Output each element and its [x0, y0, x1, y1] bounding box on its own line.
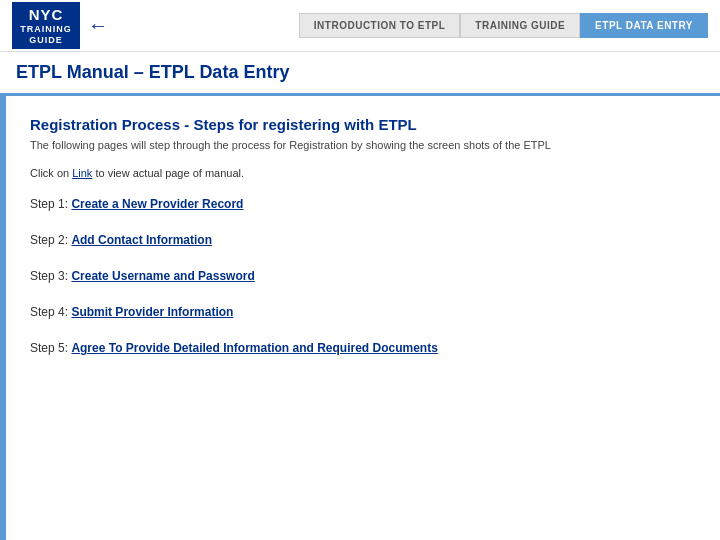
step-1-label: Step 1:	[30, 197, 71, 211]
tab-data-entry[interactable]: ETPL DATA ENTRY	[580, 13, 708, 38]
page-title-bar: ETPL Manual – ETPL Data Entry	[0, 52, 720, 96]
content-wrapper: Registration Process - Steps for registe…	[0, 96, 720, 540]
step-1-item: Step 1: Create a New Provider Record	[30, 197, 696, 211]
click-instruction: Click on Link to view actual page of man…	[30, 167, 696, 179]
header: NYC TRAINING GUIDE ← INTRODUCTION TO ETP…	[0, 0, 720, 52]
logo-nyc: NYC	[18, 6, 74, 24]
step-2-link[interactable]: Add Contact Information	[71, 233, 212, 247]
tab-training[interactable]: TRAINING GUIDE	[460, 13, 580, 38]
step-3-label: Step 3:	[30, 269, 71, 283]
page-title: ETPL Manual – ETPL Data Entry	[16, 62, 704, 83]
section-subtitle: The following pages will step through th…	[30, 139, 696, 151]
manual-link[interactable]: Link	[72, 167, 92, 179]
step-1-link[interactable]: Create a New Provider Record	[71, 197, 243, 211]
section-title: Registration Process - Steps for registe…	[30, 116, 696, 133]
logo-training: TRAINING	[18, 24, 74, 35]
step-4-item: Step 4: Submit Provider Information	[30, 305, 696, 319]
step-4-label: Step 4:	[30, 305, 71, 319]
step-4-link[interactable]: Submit Provider Information	[71, 305, 233, 319]
logo-guide: GUIDE	[18, 35, 74, 46]
step-2-item: Step 2: Add Contact Information	[30, 233, 696, 247]
step-5-link[interactable]: Agree To Provide Detailed Information an…	[71, 341, 438, 355]
step-5-label: Step 5:	[30, 341, 71, 355]
step-3-link[interactable]: Create Username and Password	[71, 269, 254, 283]
step-5-item: Step 5: Agree To Provide Detailed Inform…	[30, 341, 696, 355]
back-arrow-icon[interactable]: ←	[88, 14, 108, 37]
nav-tabs: INTRODUCTION TO ETPL TRAINING GUIDE ETPL…	[299, 13, 708, 38]
main-content: Registration Process - Steps for registe…	[6, 96, 720, 540]
step-3-item: Step 3: Create Username and Password	[30, 269, 696, 283]
tab-intro[interactable]: INTRODUCTION TO ETPL	[299, 13, 460, 38]
logo: NYC TRAINING GUIDE	[12, 2, 80, 50]
step-2-label: Step 2:	[30, 233, 71, 247]
